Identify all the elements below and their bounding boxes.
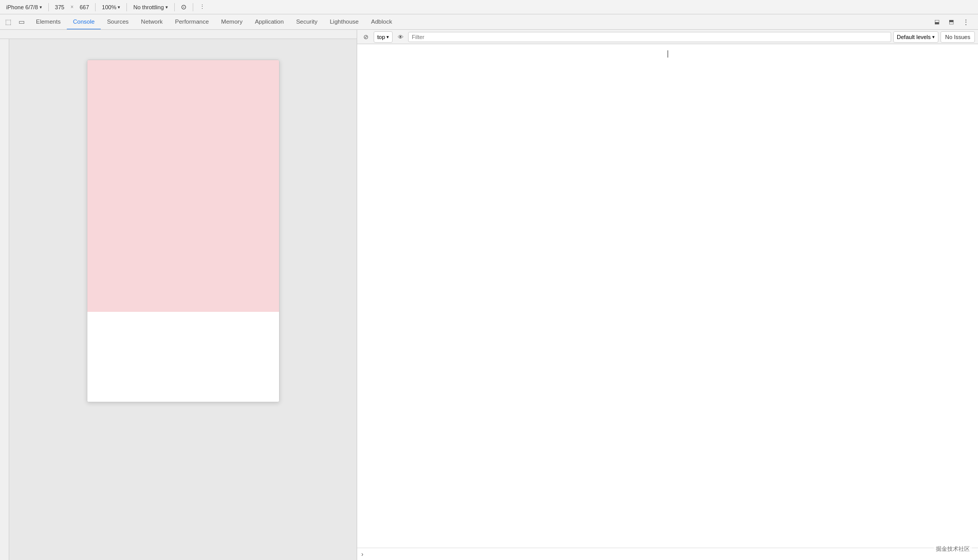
tab-application-label: Application [255,18,284,25]
chevron-down-icon: ▾ [40,5,42,10]
no-issues-button[interactable]: No Issues [940,31,975,43]
separator-1 [48,3,49,11]
dock-bottom-icon: ⬓ [934,18,939,25]
tab-elements-label: Elements [36,18,61,25]
context-chevron-icon: ▾ [386,34,389,40]
separator-2 [95,3,96,11]
phone-frame [87,60,280,402]
main-container: ⊘ top ▾ 👁 Default levels ▾ No Issues [0,30,978,560]
tab-security-label: Security [296,18,318,25]
tab-lighthouse-label: Lighthouse [330,18,359,25]
tab-adblock[interactable]: Adblock [365,14,398,30]
throttling-selector[interactable]: No throttling ▾ [130,2,171,13]
device-mode-btn[interactable]: ▭ [15,16,28,28]
separator-4 [174,3,175,11]
separator-3 [126,3,127,11]
horizontal-ruler [0,30,357,39]
tab-console-label: Console [73,18,95,25]
console-output[interactable] [357,44,978,548]
height-input-container[interactable]: 667 [77,2,92,13]
eye-icon: 👁 [398,34,403,40]
device-mode-icon: ▭ [19,18,25,26]
tab-performance[interactable]: Performance [169,14,215,30]
top-toolbar: iPhone 6/7/8 ▾ 375 × 667 100% ▾ No throt… [0,0,978,14]
console-prompt[interactable]: › [357,548,978,560]
device-selector[interactable]: iPhone 6/7/8 ▾ [3,2,45,13]
more-options-button[interactable]: ⋮ [196,2,208,13]
no-issues-label: No Issues [945,34,970,40]
tab-memory-label: Memory [221,18,243,25]
device-label: iPhone 6/7/8 [6,4,38,10]
tabs-more-btn[interactable]: ⋮ [959,16,972,28]
log-levels-label: Default levels [897,34,931,40]
inspect-icon: ⬚ [5,18,11,26]
zoom-value: 100% [102,4,116,10]
dimension-x: × [70,4,73,10]
watermark: 掘金技术社区 [934,544,972,554]
tab-elements[interactable]: Elements [30,14,67,30]
tab-sources-label: Sources [107,18,128,25]
tab-memory[interactable]: Memory [215,14,249,30]
inspect-icon-btn[interactable]: ⬚ [2,16,14,28]
clear-console-btn[interactable]: ⊘ [360,31,372,43]
dock-bottom-btn[interactable]: ⬓ [931,16,943,28]
zoom-chevron-icon: ▾ [118,5,120,10]
context-dropdown[interactable]: top ▾ [374,31,393,43]
tab-security[interactable]: Security [290,14,324,30]
dock-right-btn[interactable]: ⬒ [945,16,957,28]
prompt-arrow-icon: › [361,551,363,558]
vertical-ruler [0,39,9,560]
tabs-left-group: ⬚ ▭ Elements Console Sources Network Per… [2,14,398,30]
tab-network-label: Network [141,18,162,25]
tab-lighthouse[interactable]: Lighthouse [324,14,365,30]
console-cursor [668,50,668,58]
watermark-text: 掘金技术社区 [936,546,970,552]
width-value: 375 [55,4,64,10]
more-icon: ⋮ [199,4,205,10]
dock-right-icon: ⬒ [949,18,954,25]
tab-console[interactable]: Console [67,14,101,30]
width-input-container[interactable]: 375 [52,2,67,13]
log-levels-chevron-icon: ▾ [932,34,935,40]
height-value: 667 [80,4,89,10]
tab-application[interactable]: Application [249,14,290,30]
log-levels-dropdown[interactable]: Default levels ▾ [893,31,938,43]
tab-sources[interactable]: Sources [101,14,135,30]
phone-screen-white [87,312,279,402]
console-panel: ⊘ top ▾ 👁 Default levels ▾ No Issues [357,30,978,560]
tabs-more-icon: ⋮ [963,18,969,26]
sensors-icon: ⊙ [181,3,187,11]
tab-performance-label: Performance [175,18,209,25]
phone-screen-pink [87,60,279,312]
viewport-panel [0,30,357,560]
clear-icon: ⊘ [363,33,368,41]
throttling-label: No throttling [133,4,163,10]
tab-network[interactable]: Network [135,14,169,30]
devtools-tabs-bar: ⬚ ▭ Elements Console Sources Network Per… [0,14,978,30]
console-filter-input[interactable] [408,32,891,42]
tabs-right-group: ⬓ ⬒ ⋮ [931,16,976,28]
sensors-button[interactable]: ⊙ [178,2,190,13]
separator-5 [193,3,193,11]
context-label: top [377,34,385,40]
console-toolbar: ⊘ top ▾ 👁 Default levels ▾ No Issues [357,30,978,44]
tab-adblock-label: Adblock [371,18,392,25]
zoom-selector[interactable]: 100% ▾ [99,2,123,13]
eye-btn[interactable]: 👁 [395,31,406,43]
viewport-content [77,39,290,560]
throttling-chevron-icon: ▾ [165,5,168,10]
